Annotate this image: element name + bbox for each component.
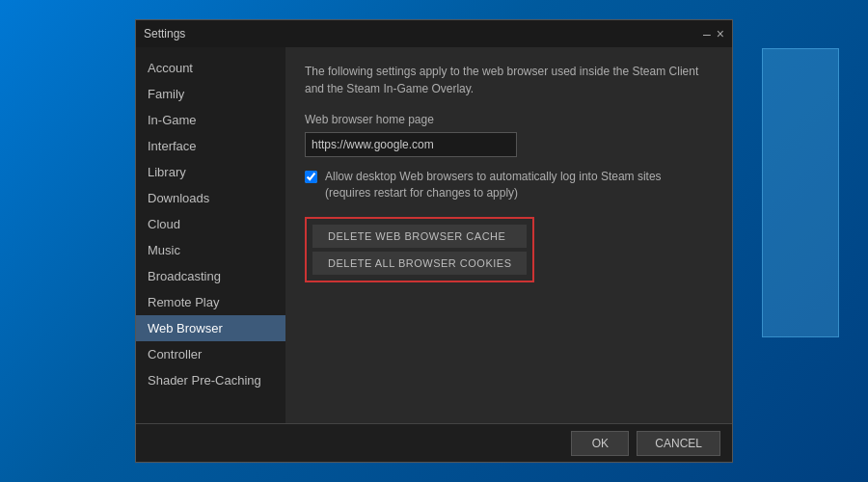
minimize-button[interactable]: – bbox=[703, 27, 711, 40]
cancel-button[interactable]: CANCEL bbox=[637, 431, 720, 456]
sidebar: Account Family In-Game Interface Library… bbox=[136, 47, 285, 423]
sidebar-item-family[interactable]: Family bbox=[136, 81, 285, 107]
sidebar-item-broadcasting[interactable]: Broadcasting bbox=[136, 263, 285, 289]
sidebar-item-shader-pre-caching[interactable]: Shader Pre-Caching bbox=[136, 367, 285, 393]
sidebar-item-interface[interactable]: Interface bbox=[136, 133, 285, 159]
main-content: The following settings apply to the web … bbox=[285, 47, 732, 423]
sidebar-item-remote-play[interactable]: Remote Play bbox=[136, 289, 285, 315]
title-bar-controls: – × bbox=[703, 27, 724, 40]
ok-button[interactable]: OK bbox=[571, 431, 629, 456]
sidebar-item-in-game[interactable]: In-Game bbox=[136, 107, 285, 133]
checkbox-row: Allow desktop Web browsers to automatica… bbox=[305, 169, 713, 201]
close-button[interactable]: × bbox=[717, 27, 724, 40]
dialog-title: Settings bbox=[144, 27, 185, 40]
dialog-footer: OK CANCEL bbox=[136, 423, 732, 462]
sidebar-item-cloud[interactable]: Cloud bbox=[136, 211, 285, 237]
description-text: The following settings apply to the web … bbox=[305, 63, 713, 97]
sidebar-item-music[interactable]: Music bbox=[136, 237, 285, 263]
home-page-label: Web browser home page bbox=[305, 113, 713, 126]
sidebar-item-web-browser[interactable]: Web Browser bbox=[136, 315, 285, 341]
delete-cookies-button[interactable]: DELETE ALL BROWSER COOKIES bbox=[312, 252, 527, 275]
title-bar: Settings – × bbox=[136, 20, 732, 47]
sidebar-item-account[interactable]: Account bbox=[136, 55, 285, 81]
checkbox-label[interactable]: Allow desktop Web browsers to automatica… bbox=[325, 169, 662, 201]
delete-cache-button[interactable]: DELETE WEB BROWSER CACHE bbox=[312, 225, 527, 248]
settings-dialog: Settings – × Account Family In-Game Inte… bbox=[135, 19, 733, 463]
auto-login-checkbox[interactable] bbox=[305, 171, 317, 183]
home-page-input[interactable] bbox=[305, 132, 517, 157]
dialog-body: Account Family In-Game Interface Library… bbox=[136, 47, 732, 423]
sidebar-item-library[interactable]: Library bbox=[136, 159, 285, 185]
sidebar-item-downloads[interactable]: Downloads bbox=[136, 185, 285, 211]
action-buttons-group: DELETE WEB BROWSER CACHE DELETE ALL BROW… bbox=[305, 217, 534, 282]
sidebar-item-controller[interactable]: Controller bbox=[136, 341, 285, 367]
